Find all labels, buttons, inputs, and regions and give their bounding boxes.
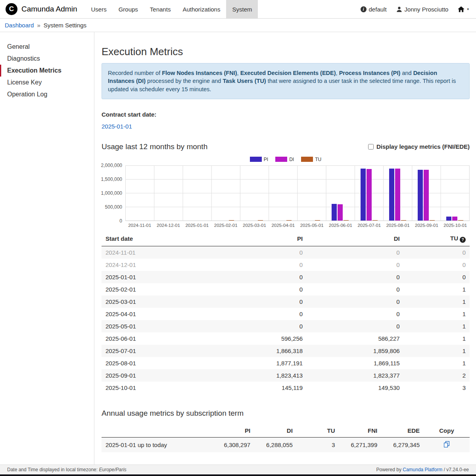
info-metric-term: Flow Nodes Instances (FNI): [162, 70, 237, 76]
legend-item-tu: TU: [301, 157, 321, 162]
engine-selector[interactable]: i default: [361, 6, 387, 13]
y-axis-label: 500,000: [105, 204, 122, 210]
legacy-metrics-checkbox[interactable]: [368, 144, 374, 150]
monthly-table-row: 2025-09-011,823,4131,823,3772: [102, 369, 470, 382]
annual-usage-table: PI DI TU FNI EDE Copy 2025-01-01 up to t…: [102, 424, 470, 452]
y-axis-label: 0: [119, 218, 122, 224]
nav-item-groups[interactable]: Groups: [113, 0, 144, 18]
chart-column-2025-02-01: [211, 165, 240, 221]
user-menu[interactable]: Jonny Prosciutto: [396, 6, 449, 13]
chart-column-2025-03-01: [240, 165, 269, 221]
footer: Date and Time displayed in local timezon…: [0, 464, 476, 474]
chart-column-2025-07-01: [355, 165, 383, 221]
bar-di: [367, 169, 372, 221]
monthly-usage-table: Start date PI DI TU? 2024-11-010002024-1…: [102, 232, 470, 394]
header-di: DI: [307, 232, 403, 246]
header-tu: TU?: [404, 232, 470, 246]
breadcrumb-dashboard-link[interactable]: Dashboard: [5, 22, 34, 29]
bar-pi: [418, 170, 423, 221]
bar-pi: [446, 217, 451, 221]
annual-table-body: 2025-01-01 up to today6,308,2976,288,055…: [102, 437, 470, 452]
sidebar-item-execution-metrics[interactable]: Execution Metrics: [0, 65, 94, 77]
content-layout: GeneralDiagnosticsExecution MetricsLicen…: [0, 32, 476, 464]
monthly-table-row: 2025-04-01001: [102, 308, 470, 320]
nav-item-authorizations[interactable]: Authorizations: [177, 0, 226, 18]
navbar-right: i default Jonny Prosciutto ▾: [361, 0, 476, 18]
breadcrumb: Dashboard » System Settings: [0, 19, 476, 32]
cell-di: 0: [307, 259, 403, 271]
cell-tu: 0: [404, 246, 470, 259]
header-annual-ede: EDE: [381, 424, 424, 438]
info-text-segment: processed by the engine and: [146, 78, 223, 84]
chart-column-2024-11-01: [125, 165, 154, 221]
sidebar-item-diagnostics[interactable]: Diagnostics: [0, 53, 94, 65]
sidebar-item-operation-log[interactable]: Operation Log: [0, 88, 94, 100]
cell-start-date: 2025-04-01: [102, 308, 210, 320]
cell-start-date: 2025-02-01: [102, 283, 210, 296]
x-axis-label: 2025-07-01: [355, 223, 384, 228]
cell-start-date: 2025-01-01: [102, 271, 210, 283]
cell-start-date: 2024-11-01: [102, 246, 210, 259]
bar-pi: [361, 169, 366, 221]
annual-heading: Annual usage metrics by subscription ter…: [102, 409, 470, 418]
monthly-table-body: 2024-11-010002024-12-010002025-01-010002…: [102, 246, 470, 394]
copy-icon[interactable]: [444, 441, 449, 449]
camunda-platform-link[interactable]: Camunda Platform: [403, 467, 442, 472]
monthly-table-row: 2025-07-011,866,3181,859,8061: [102, 345, 470, 357]
cell-start-date: 2025-09-01: [102, 369, 210, 382]
chart-column-2025-09-01: [412, 165, 441, 221]
bar-pi: [389, 169, 394, 221]
chart-column-2025-04-01: [269, 165, 297, 221]
chart-column-2025-01-01: [183, 165, 211, 221]
bar-tu: [344, 220, 349, 221]
timezone-value: Europe/Paris: [99, 467, 126, 472]
chart-column-2025-06-01: [326, 165, 355, 221]
monthly-table-row: 2025-05-01001: [102, 320, 470, 332]
cell-annual-di: 6,288,055: [254, 437, 297, 452]
cell-pi: 1,877,191: [210, 357, 307, 369]
legacy-metrics-toggle[interactable]: Display legacy metrics (FNI/EDE): [368, 143, 470, 150]
nav-item-users[interactable]: Users: [85, 0, 112, 18]
monthly-table-row: 2024-11-01000: [102, 246, 470, 259]
info-metric-term: Task Users (TU): [223, 78, 266, 84]
nav-item-system[interactable]: System: [226, 0, 258, 18]
contract-start-date-link[interactable]: 2025-01-01: [102, 123, 132, 130]
cell-annual-fni: 6,271,399: [339, 437, 382, 452]
top-navbar: C Camunda Admin UsersGroupsTenantsAuthor…: [0, 0, 476, 19]
monthly-table-row: 2025-03-01001: [102, 296, 470, 308]
info-metric-term: Executed Decision Elements (EDE): [240, 70, 336, 76]
header-annual-pi: PI: [212, 424, 254, 438]
cell-pi: 0: [210, 271, 307, 283]
info-text-segment: ,: [336, 70, 339, 76]
cell-start-date: 2025-07-01: [102, 345, 210, 357]
bar-di: [452, 217, 457, 221]
sidebar-item-general[interactable]: General: [0, 41, 94, 53]
x-axis-label: 2024-11-01: [125, 223, 154, 228]
settings-sidebar: GeneralDiagnosticsExecution MetricsLicen…: [0, 32, 94, 464]
metrics-info-box: Recorded number of Flow Nodes Instances …: [102, 63, 470, 99]
bar-tu: [401, 220, 406, 221]
brand[interactable]: C Camunda Admin: [0, 0, 85, 18]
nav-items: UsersGroupsTenantsAuthorizationsSystem: [85, 0, 258, 18]
contract-start-date-label: Contract start date:: [102, 111, 470, 118]
x-axis-label: 2025-02-01: [211, 223, 240, 228]
cell-pi: 145,119: [210, 382, 307, 394]
cell-pi: 1,823,413: [210, 369, 307, 382]
cell-di: 149,530: [307, 382, 403, 394]
info-icon: i: [361, 6, 367, 12]
cell-tu: 0: [404, 259, 470, 271]
bar-di: [338, 204, 343, 221]
cell-tu: 1: [404, 320, 470, 332]
home-menu[interactable]: ▾: [458, 6, 469, 12]
cell-start-date: 2025-10-01: [102, 382, 210, 394]
tu-help-icon[interactable]: ?: [460, 237, 466, 243]
cell-di: 1,869,115: [307, 357, 403, 369]
powered-by: Powered by Camunda Platform / v7.24.0-ee: [376, 467, 469, 472]
legend-swatch-pi: [250, 157, 262, 162]
chevron-down-icon: ▾: [467, 7, 469, 11]
version-label: / v7.24.0-ee: [444, 467, 469, 472]
sidebar-item-license-key[interactable]: License Key: [0, 77, 94, 88]
nav-item-tenants[interactable]: Tenants: [144, 0, 177, 18]
header-pi: PI: [210, 232, 307, 246]
app-title: Camunda Admin: [21, 5, 77, 13]
